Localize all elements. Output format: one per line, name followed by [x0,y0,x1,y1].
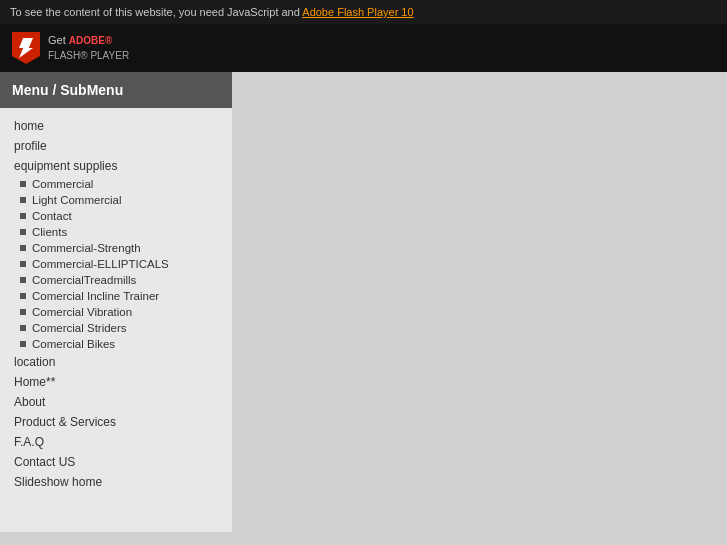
sub-item-comercial-incline-trainer[interactable]: Comercial Incline Trainer [0,288,232,304]
bullet-icon [20,197,26,203]
sub-item-label: Comercial Vibration [32,306,132,318]
sub-item-comercial-striders[interactable]: Comercial Striders [0,320,232,336]
sub-item-label: Clients [32,226,67,238]
sub-item-label: Contact [32,210,72,222]
sidebar-item-about[interactable]: About [0,392,232,412]
bullet-icon [20,261,26,267]
bullet-icon [20,213,26,219]
sub-item-label: Commercial [32,178,93,190]
warning-text: To see the content of this website, you … [10,6,302,18]
sidebar-item-equipment-supplies[interactable]: equipment supplies [0,156,232,176]
bullet-icon [20,277,26,283]
get-label: Get [48,34,66,46]
sub-item-label: Comercial Incline Trainer [32,290,159,302]
flash-icon [12,32,40,64]
bullet-icon [20,245,26,251]
sidebar-item-product-services[interactable]: Product & Services [0,412,232,432]
sub-items-list: Commercial Light Commercial Contact Clie… [0,176,232,352]
sidebar-item-home-star[interactable]: Home** [0,372,232,392]
bullet-icon [20,309,26,315]
sidebar-item-profile[interactable]: profile [0,136,232,156]
warning-bar: To see the content of this website, you … [0,0,727,24]
sidebar: Menu / SubMenu home profile equipment su… [0,72,232,532]
sub-item-light-commercial[interactable]: Light Commercial [0,192,232,208]
sub-item-commercial-treadmills[interactable]: ComercialTreadmills [0,272,232,288]
sub-item-label: Comercial Bikes [32,338,115,350]
flash-player-label: FLASH® PLAYER [48,50,129,61]
sub-item-commercial-strength[interactable]: Commercial-Strength [0,240,232,256]
sidebar-item-slideshow-home[interactable]: Slideshow home [0,472,232,492]
flash-player-link[interactable]: Adobe Flash Player 10 [302,6,413,18]
sub-item-label: Commercial-Strength [32,242,141,254]
adobe-label: ADOBE® [69,35,112,46]
sub-item-label: ComercialTreadmills [32,274,136,286]
content-area [232,72,727,532]
bullet-icon [20,181,26,187]
bullet-icon [20,229,26,235]
sub-item-commercial-ellipticals[interactable]: Commercial-ELLIPTICALS [0,256,232,272]
bullet-icon [20,293,26,299]
sidebar-item-home[interactable]: home [0,116,232,136]
flash-bar: Get ADOBE® FLASH® PLAYER [0,24,727,72]
sub-item-clients[interactable]: Clients [0,224,232,240]
bullet-icon [20,325,26,331]
flash-text: Get ADOBE® FLASH® PLAYER [48,33,129,64]
sub-item-contact[interactable]: Contact [0,208,232,224]
bullet-icon [20,341,26,347]
sidebar-item-contact-us[interactable]: Contact US [0,452,232,472]
sub-item-commercial[interactable]: Commercial [0,176,232,192]
sub-item-label: Comercial Striders [32,322,127,334]
sidebar-item-location[interactable]: location [0,352,232,372]
sub-item-comercial-bikes[interactable]: Comercial Bikes [0,336,232,352]
main-area: Menu / SubMenu home profile equipment su… [0,72,727,532]
sub-item-label: Commercial-ELLIPTICALS [32,258,169,270]
sub-item-label: Light Commercial [32,194,121,206]
sidebar-item-faq[interactable]: F.A.Q [0,432,232,452]
sub-item-comercial-vibration[interactable]: Comercial Vibration [0,304,232,320]
sidebar-title: Menu / SubMenu [0,72,232,108]
